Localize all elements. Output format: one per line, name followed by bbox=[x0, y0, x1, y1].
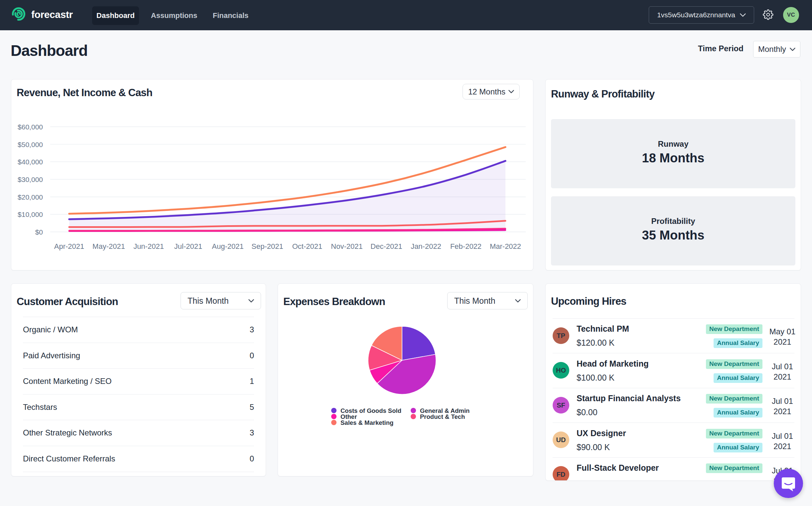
svg-text:$50,000: $50,000 bbox=[18, 141, 43, 148]
svg-text:Jan-2022: Jan-2022 bbox=[411, 242, 441, 251]
svg-text:Aug-2021: Aug-2021 bbox=[212, 242, 243, 251]
svg-text:Nov-2021: Nov-2021 bbox=[331, 242, 363, 251]
svg-text:Mar-2022: Mar-2022 bbox=[490, 242, 521, 251]
svg-text:$40,000: $40,000 bbox=[18, 158, 43, 166]
svg-text:Jun-2021: Jun-2021 bbox=[133, 242, 164, 251]
svg-text:Jul-2021: Jul-2021 bbox=[174, 242, 202, 251]
svg-text:Product & Tech: Product & Tech bbox=[420, 413, 465, 420]
svg-text:$60,000: $60,000 bbox=[18, 123, 43, 131]
svg-text:$20,000: $20,000 bbox=[18, 193, 43, 201]
svg-text:Dec-2021: Dec-2021 bbox=[371, 242, 402, 251]
svg-text:Sales & Marketing: Sales & Marketing bbox=[340, 419, 393, 426]
svg-text:Apr-2021: Apr-2021 bbox=[54, 242, 85, 251]
svg-text:Oct-2021: Oct-2021 bbox=[292, 242, 322, 251]
svg-text:Sep-2021: Sep-2021 bbox=[251, 242, 283, 251]
svg-text:$0: $0 bbox=[35, 228, 43, 236]
svg-text:May-2021: May-2021 bbox=[92, 242, 125, 251]
svg-text:$10,000: $10,000 bbox=[18, 210, 43, 218]
svg-text:Feb-2022: Feb-2022 bbox=[450, 242, 482, 251]
svg-text:$30,000: $30,000 bbox=[18, 176, 43, 183]
